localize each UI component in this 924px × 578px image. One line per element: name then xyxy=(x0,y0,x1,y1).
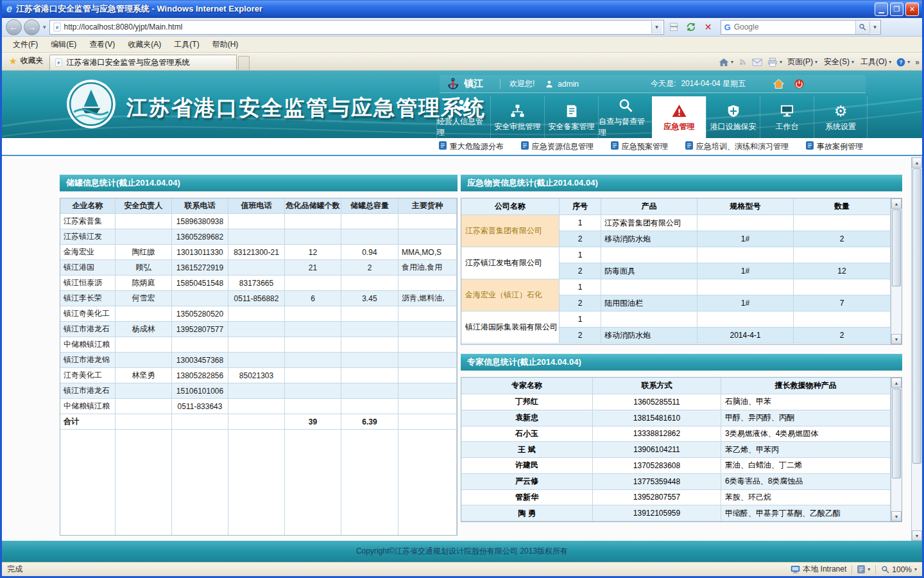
back-button[interactable]: ← xyxy=(6,19,22,35)
search-dropdown-icon[interactable]: ▾ xyxy=(869,21,880,33)
cell: 13912105959 xyxy=(593,505,721,521)
help-button[interactable]: ? ▾ xyxy=(896,58,910,67)
nav-item-label: 自查与督查管理 xyxy=(599,116,652,138)
cell: 0511-856882 xyxy=(228,291,285,306)
home-shortcut-icon[interactable] xyxy=(773,78,785,89)
scroll-thumb[interactable] xyxy=(912,168,921,464)
zoom-control[interactable]: 100% ▾ xyxy=(881,565,917,574)
cell xyxy=(398,399,457,414)
menu-item[interactable]: 工具(T) xyxy=(168,37,205,52)
page-footer: Copyright©江苏省交通规划设计院股份有限公司 2013版权所有 xyxy=(2,541,922,562)
submenu-item-3[interactable]: 应急预案管理 xyxy=(611,141,668,152)
cell xyxy=(285,306,341,322)
cell: 严云修 xyxy=(461,474,593,490)
nav-item-4[interactable]: 自查与督查管理 xyxy=(598,96,652,138)
cell: 7 xyxy=(794,295,891,311)
menu-item[interactable]: 编辑(E) xyxy=(45,37,82,52)
chevron-down-icon: ▾ xyxy=(907,59,910,65)
table-row: 中储粮镇江粮0511-833643 xyxy=(60,399,457,414)
compatibility-view-icon[interactable] xyxy=(666,20,681,35)
cell xyxy=(398,368,457,383)
google-logo-icon: G xyxy=(724,22,731,32)
forward-button[interactable]: → xyxy=(24,19,40,35)
experts-header-row: 专家名称联系方式擅长救援物种产品 xyxy=(461,378,891,394)
logout-power-icon[interactable] xyxy=(794,78,805,89)
menu-item[interactable]: 收藏夹(A) xyxy=(122,37,167,52)
url-field[interactable]: e ▾ xyxy=(49,20,664,35)
url-dropdown-icon[interactable]: ▾ xyxy=(651,21,662,33)
table-row: 镇江奇美化工13505280520 xyxy=(60,306,457,322)
submenu-item-5[interactable]: 事故案例管理 xyxy=(806,141,863,152)
menu-item[interactable]: 文件(F) xyxy=(7,37,44,52)
new-tab-stub[interactable] xyxy=(238,56,250,70)
submenu-item-2[interactable]: 应急资源信息管理 xyxy=(521,141,594,152)
home-button[interactable]: ▾ xyxy=(719,58,733,67)
cell xyxy=(285,368,341,383)
submenu-item-1[interactable]: 重大危险源分布 xyxy=(439,141,504,152)
page-icon: e xyxy=(53,22,62,31)
search-magnifier-icon[interactable] xyxy=(855,21,869,34)
scroll-thumb[interactable] xyxy=(892,209,901,286)
cell: 13615272919 xyxy=(172,260,228,276)
table-row: 严云修137753594486类毒害品、8类腐蚀品 xyxy=(461,474,891,490)
doc-icon xyxy=(611,141,619,152)
history-dropdown-icon[interactable]: ▾ xyxy=(42,24,47,30)
feed-button[interactable] xyxy=(739,58,747,66)
experts-panel-title: 专家信息统计(截止2014.04.04) xyxy=(461,354,902,371)
search-input[interactable] xyxy=(734,22,855,31)
experts-scrollbar[interactable]: ▲ ▼ xyxy=(891,378,902,521)
favorites-button[interactable]: ★ 收藏夹 xyxy=(4,53,49,70)
search-box[interactable]: G ▾ xyxy=(721,20,881,35)
refresh-icon[interactable] xyxy=(683,20,699,35)
tank-header-row: 企业名称安全负责人联系电话值班电话危化品储罐个数储罐总容量主要货种 xyxy=(60,198,457,214)
cell: 83173665 xyxy=(228,276,285,291)
cell xyxy=(228,414,285,430)
filler-cell xyxy=(116,430,172,535)
command-bar: ▾ ▾ 页面(P)▾安全(S)▾工具(O)▾ ? ▾ » xyxy=(719,57,920,70)
cell: 13805282856 xyxy=(172,368,228,383)
scroll-up-icon[interactable]: ▲ xyxy=(891,378,902,388)
cell: 1# xyxy=(697,295,794,311)
cell xyxy=(601,247,697,263)
column-header: 安全负责人 xyxy=(116,198,172,214)
stop-icon[interactable]: ✕ xyxy=(701,20,716,35)
protected-mode-button[interactable]: ▾ xyxy=(857,565,870,574)
cell xyxy=(116,383,172,399)
tab-active[interactable]: e 江苏省港口安全监管与应急管理系统 xyxy=(49,55,237,70)
nav-item-3[interactable]: 安全备案管理 xyxy=(544,96,598,138)
menu-item[interactable]: 帮助(H) xyxy=(207,37,244,52)
print-button[interactable]: ▾ xyxy=(767,58,782,67)
cell: 丁邦红 xyxy=(461,394,593,410)
command-button[interactable]: 工具(O)▾ xyxy=(860,57,891,67)
nav-item-label: 应急管理 xyxy=(664,121,695,132)
cell: 13505280520 xyxy=(172,306,228,322)
menu-item[interactable]: 查看(V) xyxy=(83,37,121,52)
url-input[interactable] xyxy=(64,22,651,31)
close-button[interactable]: ✕ xyxy=(905,3,919,16)
command-button[interactable]: 安全(S)▾ xyxy=(824,57,854,67)
mail-button[interactable] xyxy=(752,58,762,66)
overflow-chevron-icon[interactable]: » xyxy=(915,58,920,67)
submenu-item-4[interactable]: 应急培训、演练和演习管理 xyxy=(685,141,789,152)
nav-item-7[interactable]: 工作台 xyxy=(760,96,814,138)
scroll-down-icon[interactable]: ▼ xyxy=(912,530,922,541)
nav-item-2[interactable]: 安全审批管理 xyxy=(490,96,544,138)
minimize-button[interactable]: ▁ xyxy=(875,3,888,16)
cell: 12 xyxy=(794,263,891,279)
cell xyxy=(228,353,285,368)
nav-item-1[interactable]: 经营人信息管理 xyxy=(436,96,490,138)
scroll-up-icon[interactable]: ▲ xyxy=(891,198,902,209)
page-scrollbar[interactable]: ▲ ▼ xyxy=(911,157,922,541)
scroll-down-icon[interactable]: ▼ xyxy=(891,511,902,521)
maximize-button[interactable]: ❐ xyxy=(890,3,903,16)
supplies-scrollbar[interactable]: ▲ ▼ xyxy=(891,198,902,344)
cell: 13338812862 xyxy=(593,426,721,442)
cell: 2 xyxy=(560,231,601,247)
scroll-thumb[interactable] xyxy=(892,389,901,478)
command-button[interactable]: 页面(P)▾ xyxy=(787,57,817,67)
nav-item-6[interactable]: 港口设施保安 xyxy=(706,96,760,138)
scroll-down-icon[interactable]: ▼ xyxy=(891,334,902,344)
scroll-up-icon[interactable]: ▲ xyxy=(912,157,922,168)
nav-item-8[interactable]: ⚙系统设置 xyxy=(814,96,868,138)
nav-item-5[interactable]: 应急管理 xyxy=(652,96,706,138)
